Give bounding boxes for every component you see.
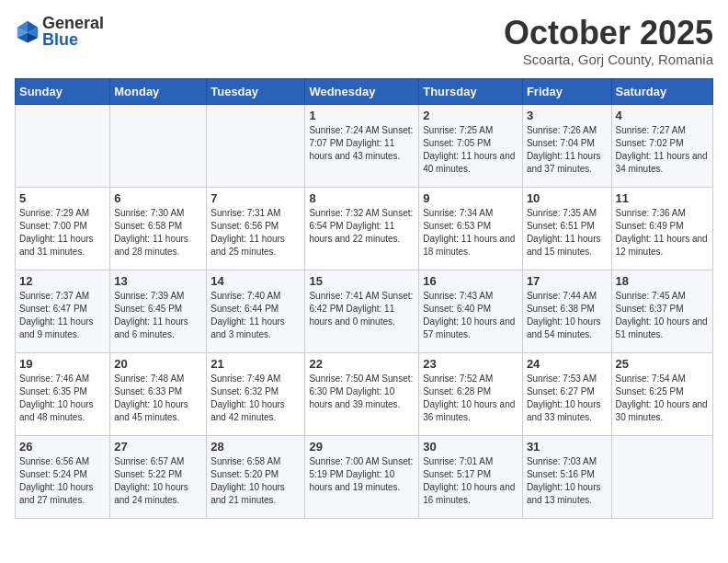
calendar-cell: 28Sunrise: 6:58 AM Sunset: 5:20 PM Dayli…: [207, 435, 305, 518]
calendar-cell: [16, 104, 110, 187]
day-info: Sunrise: 7:01 AM Sunset: 5:17 PM Dayligh…: [423, 455, 518, 507]
day-info: Sunrise: 7:26 AM Sunset: 7:04 PM Dayligh…: [527, 124, 608, 176]
week-row-2: 5Sunrise: 7:29 AM Sunset: 7:00 PM Daylig…: [16, 187, 713, 270]
day-info: Sunrise: 7:32 AM Sunset: 6:54 PM Dayligh…: [309, 207, 415, 246]
day-info: Sunrise: 7:48 AM Sunset: 6:33 PM Dayligh…: [114, 373, 202, 424]
day-info: Sunrise: 7:46 AM Sunset: 6:35 PM Dayligh…: [19, 373, 106, 424]
calendar-cell: 30Sunrise: 7:01 AM Sunset: 5:17 PM Dayli…: [419, 435, 523, 518]
day-number: 4: [616, 109, 709, 122]
calendar-cell: 20Sunrise: 7:48 AM Sunset: 6:33 PM Dayli…: [110, 352, 207, 435]
day-number: 29: [309, 440, 415, 454]
day-info: Sunrise: 7:49 AM Sunset: 6:32 PM Dayligh…: [210, 373, 301, 424]
day-info: Sunrise: 7:37 AM Sunset: 6:47 PM Dayligh…: [19, 290, 106, 341]
calendar-cell: 15Sunrise: 7:41 AM Sunset: 6:42 PM Dayli…: [305, 270, 419, 352]
day-number: 22: [309, 357, 415, 371]
calendar-cell: 6Sunrise: 7:30 AM Sunset: 6:58 PM Daylig…: [110, 187, 207, 270]
day-info: Sunrise: 7:54 AM Sunset: 6:25 PM Dayligh…: [616, 373, 709, 424]
location-title: Scoarta, Gorj County, Romania: [504, 52, 713, 67]
weekday-header-thursday: Thursday: [419, 78, 523, 104]
calendar-cell: 25Sunrise: 7:54 AM Sunset: 6:25 PM Dayli…: [611, 352, 712, 435]
day-number: 16: [423, 274, 518, 288]
day-number: 14: [210, 274, 301, 288]
day-number: 13: [114, 274, 202, 288]
day-info: Sunrise: 6:57 AM Sunset: 5:22 PM Dayligh…: [114, 455, 202, 507]
day-info: Sunrise: 7:44 AM Sunset: 6:38 PM Dayligh…: [527, 290, 608, 341]
calendar-cell: 8Sunrise: 7:32 AM Sunset: 6:54 PM Daylig…: [305, 187, 419, 270]
day-info: Sunrise: 7:03 AM Sunset: 5:16 PM Dayligh…: [527, 455, 608, 507]
day-number: 6: [114, 191, 202, 205]
day-info: Sunrise: 7:52 AM Sunset: 6:28 PM Dayligh…: [423, 373, 518, 424]
weekday-header-saturday: Saturday: [611, 78, 712, 104]
week-row-1: 1Sunrise: 7:24 AM Sunset: 7:07 PM Daylig…: [16, 104, 713, 187]
day-info: Sunrise: 7:34 AM Sunset: 6:53 PM Dayligh…: [423, 207, 518, 259]
day-number: 23: [423, 357, 518, 371]
calendar-cell: 18Sunrise: 7:45 AM Sunset: 6:37 PM Dayli…: [611, 270, 712, 352]
page-header: General Blue October 2025 Scoarta, Gorj …: [15, 15, 713, 67]
day-number: 11: [616, 191, 709, 205]
calendar-cell: 10Sunrise: 7:35 AM Sunset: 6:51 PM Dayli…: [522, 187, 611, 270]
week-row-3: 12Sunrise: 7:37 AM Sunset: 6:47 PM Dayli…: [16, 270, 713, 352]
calendar-cell: 29Sunrise: 7:00 AM Sunset: 5:19 PM Dayli…: [305, 435, 419, 518]
calendar-cell: 16Sunrise: 7:43 AM Sunset: 6:40 PM Dayli…: [419, 270, 523, 352]
calendar-cell: 27Sunrise: 6:57 AM Sunset: 5:22 PM Dayli…: [110, 435, 207, 518]
title-block: October 2025 Scoarta, Gorj County, Roman…: [504, 15, 713, 67]
day-number: 30: [423, 440, 518, 454]
day-number: 3: [527, 109, 608, 122]
day-info: Sunrise: 7:00 AM Sunset: 5:19 PM Dayligh…: [309, 455, 415, 494]
weekday-header-row: SundayMondayTuesdayWednesdayThursdayFrid…: [16, 78, 713, 104]
day-info: Sunrise: 6:58 AM Sunset: 5:20 PM Dayligh…: [210, 455, 301, 507]
logo-blue-text: Blue: [42, 30, 78, 49]
day-info: Sunrise: 7:36 AM Sunset: 6:49 PM Dayligh…: [616, 207, 709, 259]
weekday-header-friday: Friday: [522, 78, 611, 104]
day-number: 19: [19, 357, 106, 371]
logo-general-text: General: [42, 14, 104, 32]
calendar-cell: 31Sunrise: 7:03 AM Sunset: 5:16 PM Dayli…: [522, 435, 611, 518]
day-info: Sunrise: 7:29 AM Sunset: 7:00 PM Dayligh…: [19, 207, 106, 259]
day-number: 9: [423, 191, 518, 205]
day-info: Sunrise: 7:25 AM Sunset: 7:05 PM Dayligh…: [423, 124, 518, 176]
weekday-header-sunday: Sunday: [16, 78, 110, 104]
day-number: 12: [19, 274, 106, 288]
day-info: Sunrise: 7:40 AM Sunset: 6:44 PM Dayligh…: [210, 290, 301, 341]
day-number: 28: [210, 440, 301, 454]
logo: General Blue: [15, 15, 104, 48]
calendar-cell: 11Sunrise: 7:36 AM Sunset: 6:49 PM Dayli…: [611, 187, 712, 270]
day-info: Sunrise: 7:35 AM Sunset: 6:51 PM Dayligh…: [527, 207, 608, 259]
day-number: 27: [114, 440, 202, 454]
day-info: Sunrise: 7:53 AM Sunset: 6:27 PM Dayligh…: [527, 373, 608, 424]
day-info: Sunrise: 7:30 AM Sunset: 6:58 PM Dayligh…: [114, 207, 202, 259]
day-number: 2: [423, 109, 518, 122]
day-info: Sunrise: 7:45 AM Sunset: 6:37 PM Dayligh…: [616, 290, 709, 341]
week-row-4: 19Sunrise: 7:46 AM Sunset: 6:35 PM Dayli…: [16, 352, 713, 435]
weekday-header-wednesday: Wednesday: [305, 78, 419, 104]
day-info: Sunrise: 7:27 AM Sunset: 7:02 PM Dayligh…: [616, 124, 709, 176]
calendar-cell: 14Sunrise: 7:40 AM Sunset: 6:44 PM Dayli…: [207, 270, 305, 352]
weekday-header-tuesday: Tuesday: [207, 78, 305, 104]
calendar-cell: 23Sunrise: 7:52 AM Sunset: 6:28 PM Dayli…: [419, 352, 523, 435]
calendar-cell: 1Sunrise: 7:24 AM Sunset: 7:07 PM Daylig…: [305, 104, 419, 187]
logo-icon: [15, 18, 40, 44]
calendar-cell: 24Sunrise: 7:53 AM Sunset: 6:27 PM Dayli…: [522, 352, 611, 435]
day-number: 21: [210, 357, 301, 371]
day-info: Sunrise: 7:50 AM Sunset: 6:30 PM Dayligh…: [309, 373, 415, 411]
day-info: Sunrise: 7:43 AM Sunset: 6:40 PM Dayligh…: [423, 290, 518, 341]
calendar-cell: 4Sunrise: 7:27 AM Sunset: 7:02 PM Daylig…: [611, 104, 712, 187]
calendar-cell: [110, 104, 207, 187]
calendar-cell: 13Sunrise: 7:39 AM Sunset: 6:45 PM Dayli…: [110, 270, 207, 352]
day-info: Sunrise: 6:56 AM Sunset: 5:24 PM Dayligh…: [19, 455, 106, 507]
calendar-cell: 5Sunrise: 7:29 AM Sunset: 7:00 PM Daylig…: [16, 187, 110, 270]
calendar-cell: 9Sunrise: 7:34 AM Sunset: 6:53 PM Daylig…: [419, 187, 523, 270]
calendar-cell: 17Sunrise: 7:44 AM Sunset: 6:38 PM Dayli…: [522, 270, 611, 352]
calendar-cell: 19Sunrise: 7:46 AM Sunset: 6:35 PM Dayli…: [16, 352, 110, 435]
calendar-cell: 26Sunrise: 6:56 AM Sunset: 5:24 PM Dayli…: [16, 435, 110, 518]
day-info: Sunrise: 7:39 AM Sunset: 6:45 PM Dayligh…: [114, 290, 202, 341]
day-info: Sunrise: 7:31 AM Sunset: 6:56 PM Dayligh…: [210, 207, 301, 259]
month-title: October 2025: [504, 15, 713, 52]
day-number: 10: [527, 191, 608, 205]
day-number: 1: [309, 109, 415, 122]
day-number: 31: [527, 440, 608, 454]
week-row-5: 26Sunrise: 6:56 AM Sunset: 5:24 PM Dayli…: [16, 435, 713, 518]
calendar-cell: 22Sunrise: 7:50 AM Sunset: 6:30 PM Dayli…: [305, 352, 419, 435]
day-number: 15: [309, 274, 415, 288]
calendar-cell: 7Sunrise: 7:31 AM Sunset: 6:56 PM Daylig…: [207, 187, 305, 270]
